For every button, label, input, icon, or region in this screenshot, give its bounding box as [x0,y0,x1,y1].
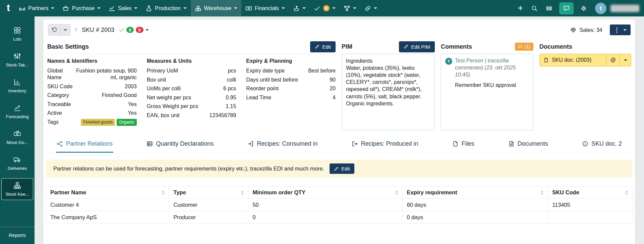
documents-panel: Documents SKU doc. (2003) @ [539,40,631,130]
field-row: Lead Time4 [246,94,336,101]
sort-icon[interactable] [540,190,544,195]
cell-sku-code: 113405 [548,199,633,211]
cell-expiry-requirement: 0 days [403,211,548,224]
nav-item-tasks[interactable]: 8 [310,0,340,16]
comment-author-link[interactable]: Test Person | tracezilla [455,58,509,63]
sidebar-item-stock-keeping[interactable]: Stock Kee... [1,178,33,200]
tasks-check-icon [314,5,320,12]
column-header-type[interactable]: Type [169,187,248,199]
sidebar-item-reports[interactable]: Reports [0,227,35,244]
tab-quantity-declarations[interactable]: Quantity Declarations [146,137,214,153]
kebab-icon: ⋮ [614,27,620,33]
chevron-down-icon [332,7,336,9]
pencil-icon [404,44,408,49]
sales-count-label: Sales: 34 [579,27,602,33]
nav-item-label: Financials [255,5,279,11]
doc-mention-button[interactable]: @ [606,54,620,66]
chevron-down-icon [353,7,356,9]
approval-status-dropdown[interactable]: 0 0 [119,27,149,33]
sort-icon[interactable] [241,190,244,195]
tab-files[interactable]: Files [452,137,475,153]
pim-body: Water, potatoes (35%), leeks (10%), vege… [346,64,430,107]
chevron-down-icon [51,7,54,9]
partners-icon [19,5,25,12]
history-dropdown[interactable] [60,25,70,35]
sidebar-item-inventory[interactable]: Inventory [1,75,33,97]
comment-text: Remember SKU approval [455,82,529,89]
tasks-count-badge: 8 [323,5,330,11]
edit-partner-relations-button[interactable]: Edit [330,163,354,174]
tab-sku-doc-2[interactable]: SKU doc. 2 [581,137,623,153]
sales-count[interactable]: Sales: 34 [570,27,602,33]
sidebar-item-label: Stock-Tak... [6,62,29,67]
sku-doc-button[interactable]: SKU doc. (2003) [540,54,606,66]
integrations-icon [344,5,350,12]
file-icon [543,57,549,63]
nav-item-label: Warehouse [204,5,231,11]
sidebar-item-deliveries[interactable]: Deliveries [1,152,33,174]
pim-content-box: Ingredients Water, potatoes (35%), leeks… [342,54,435,130]
table-row[interactable]: The Company ApS Producer 0 0 days [46,211,633,224]
cell-sku-code [548,211,633,224]
panels-row: Basic Settings Edit Names & Identifiers … [46,40,633,130]
tag-organic: Organic [117,119,137,126]
search-button[interactable] [527,0,542,16]
nav-item-integrations[interactable] [340,0,360,16]
field-row: CategoryFinished Good [47,92,137,99]
cell-minimum-order-qty: 50 [248,199,403,211]
column-header-partner-name[interactable]: Partner Name [46,187,169,199]
comments-title: Comments [441,43,472,50]
sidebar-item-stock-taking[interactable]: Stock-Tak... [1,49,33,71]
nav-item-production[interactable]: Production [141,0,191,16]
tab-recipes-produced-in[interactable]: Recipes: Produced in [351,137,419,153]
column-header-expiry-requirement[interactable]: Expiry requirement [403,187,548,199]
field-row: Box unitcolli [147,77,236,83]
doc-dropdown-button[interactable] [620,54,631,66]
column-header-sku-code[interactable]: SKU Code [548,187,633,199]
cell-expiry-requirement: 60 days [403,199,548,211]
add-button[interactable]: + [514,0,527,16]
nav-item-shipments[interactable] [289,0,310,16]
left-sidebar: Lots Stock-Tak... Inventory Forecasting … [0,16,35,244]
field-row: EAN, box unit123456789 [147,112,236,119]
nav-item-partners[interactable]: Partners [15,0,58,16]
chevron-down-icon [234,7,237,9]
recipes-consumed-icon [247,141,254,147]
history-button[interactable] [48,24,70,36]
sidebar-item-move-goods[interactable]: Move Go... [1,127,33,148]
chevron-down-icon [97,7,101,9]
nav-right-cluster: + t [514,0,639,16]
settings-button[interactable] [576,0,591,16]
tab-partner-relations[interactable]: Partner Relations [56,137,113,153]
nav-item-warehouse[interactable]: Warehouse [191,0,241,16]
tab-recipes-consumed-in[interactable]: Recipes: Consumed in [247,137,318,153]
sort-icon[interactable] [162,190,165,195]
more-actions-button[interactable]: ⋮ [610,25,631,35]
comment-avatar: t [445,58,452,65]
plus-icon: + [518,4,523,13]
edit-pim-button[interactable]: Edit PIM [399,41,435,52]
nav-item-sales[interactable]: Sales [105,0,141,16]
tab-documents[interactable]: Documents [508,137,549,153]
sidebar-item-label: Forecasting [6,114,29,119]
chat-button[interactable] [559,2,574,14]
table-header-row: Partner Name Type Minimum order QTY Expi… [46,187,633,199]
chevron-down-icon [623,29,627,31]
tracezilla-logo[interactable]: t [7,2,10,13]
edit-basic-settings-button[interactable]: Edit [310,41,336,52]
nav-item-purchase[interactable]: Purchase [58,0,105,16]
chat-icon [518,44,523,49]
barcode-button[interactable] [542,0,557,16]
sort-icon[interactable] [395,190,398,195]
info-circle-icon [582,141,588,147]
comments-count-badge[interactable]: (1) [515,43,533,51]
user-avatar[interactable]: t [595,3,606,14]
sort-icon[interactable] [625,190,628,195]
nav-item-links[interactable] [360,0,381,16]
table-row[interactable]: Customer 4 Customer 50 60 days 113405 [46,199,633,211]
sidebar-item-forecasting[interactable]: Forecasting [1,101,33,123]
column-header-minimum-order-qty[interactable]: Minimum order QTY [248,187,403,199]
nav-item-financials[interactable]: Financials [241,0,289,16]
sidebar-item-lots[interactable]: Lots [1,23,33,45]
sliders-icon [13,52,21,60]
